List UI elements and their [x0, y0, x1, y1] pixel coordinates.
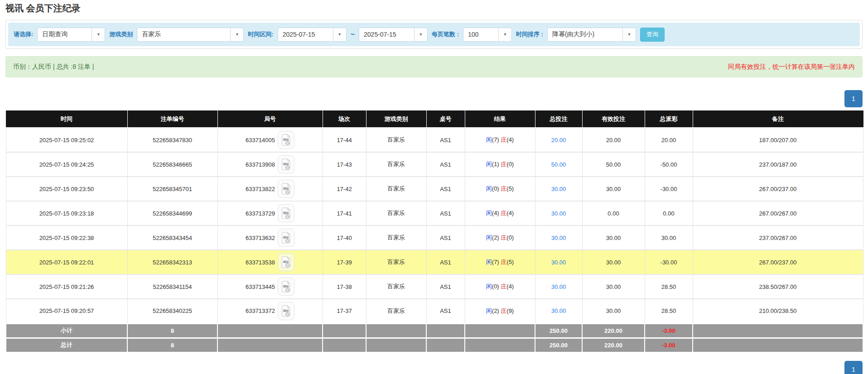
chevron-down-icon: ▼: [622, 28, 636, 41]
query-type-select[interactable]: 日期查询 ▼: [37, 28, 105, 42]
cell-payout: 20.00: [645, 128, 693, 152]
chevron-down-icon: ▼: [333, 28, 346, 41]
cell-result: 闲(2) 庄(0): [465, 225, 535, 250]
cell-payout: 28.50: [645, 274, 693, 299]
cell-valid-bet: 30.00: [582, 299, 645, 323]
total-bet-link[interactable]: 30.00: [551, 210, 566, 217]
column-header: 场次: [323, 110, 366, 128]
cell-bet-id: 522658342313: [127, 250, 217, 274]
time-sort-select[interactable]: 降幂(由大到小) ▼: [547, 28, 636, 42]
round-number: 633713822: [246, 186, 275, 192]
date-end-picker[interactable]: 2025-07-15 ▼: [359, 28, 428, 42]
valid-bet-notice: 同局有效投注，统一计算在该局第一张注单内: [728, 63, 855, 71]
footer-payout: -3.00: [645, 338, 693, 352]
cell-session: 17-42: [323, 177, 366, 201]
result-banker-score: (4): [506, 283, 514, 290]
total-bet-link[interactable]: 30.00: [551, 235, 566, 241]
video-replay-button[interactable]: [278, 131, 294, 149]
result-player-score: (7): [492, 259, 499, 265]
cell-total-bet: 30.00: [535, 201, 582, 225]
column-header: 总派彩: [645, 110, 693, 128]
column-header: 备注: [693, 110, 863, 128]
game-type-select[interactable]: 百家乐 ▼: [137, 28, 244, 42]
cell-total-bet: 30.00: [535, 274, 582, 299]
table-footer-row: 小计8250.00220.00-3.00: [6, 323, 863, 338]
result-banker-label: 庄: [501, 185, 506, 192]
video-replay-button[interactable]: [278, 180, 294, 198]
per-page-value: 100: [463, 31, 498, 38]
cell-time: 2025-07-15 09:20:57: [6, 299, 127, 323]
cell-note: 187.00/207.00: [693, 128, 863, 152]
cell-total-bet: 20.00: [535, 128, 582, 152]
filter-panel: 请选择: 日期查询 ▼ 游戏类别 百家乐 ▼ 时间区间: 2025-07-15 …: [5, 20, 863, 49]
video-replay-button[interactable]: [278, 229, 294, 247]
result-banker-score: (4): [506, 210, 514, 216]
cell-bet-id: 522658347830: [127, 128, 217, 152]
per-page-select[interactable]: 100 ▼: [463, 28, 512, 42]
cell-total-bet: 30.00: [535, 250, 582, 274]
search-button[interactable]: 查询: [640, 28, 665, 42]
page-1-button[interactable]: 1: [844, 90, 863, 107]
footer-empty-cell: [366, 338, 426, 352]
bets-table: 时间注单编号局号场次游戏类别桌号结果总投注有效投注总派彩备注 2025-07-1…: [5, 110, 863, 353]
footer-empty-cell: [465, 323, 535, 338]
total-bet-link[interactable]: 50.00: [551, 161, 566, 168]
result-player-label: 闲: [486, 185, 492, 192]
footer-total-bet: 250.00: [535, 338, 582, 352]
table-row: 2025-07-15 09:21:26522658341154633713445…: [6, 274, 863, 299]
cell-round: 633713632: [217, 225, 323, 250]
round-number-wrap: 633713372: [246, 302, 294, 320]
cell-note: 267.00/237.00: [693, 177, 863, 201]
total-bet-link[interactable]: 30.00: [551, 186, 566, 192]
round-number-wrap: 633713729: [246, 204, 294, 222]
table-row: 2025-07-15 09:20:57522658340225633713372…: [6, 299, 863, 323]
total-bet-link[interactable]: 30.00: [551, 307, 566, 314]
cell-time: 2025-07-15 09:24:25: [6, 152, 127, 177]
footer-count: 8: [127, 323, 217, 338]
cell-game: 百家乐: [366, 299, 426, 323]
cell-valid-bet: 0.00: [582, 201, 645, 225]
cell-valid-bet: 30.00: [582, 250, 645, 274]
total-bet-link[interactable]: 30.00: [551, 283, 566, 290]
table-row: 2025-07-15 09:24:25522658346665633713908…: [6, 152, 863, 177]
cell-table: AS1: [426, 250, 465, 274]
total-bet-link[interactable]: 20.00: [551, 137, 566, 144]
cell-table: AS1: [426, 299, 465, 323]
cell-result: 闲(1) 庄(0): [465, 152, 535, 177]
round-number: 633713632: [246, 235, 275, 241]
result-player-score: (0): [492, 283, 499, 290]
video-replay-button[interactable]: [278, 204, 294, 222]
cell-valid-bet: 30.00: [582, 225, 645, 250]
video-replay-button[interactable]: [278, 302, 294, 320]
cell-total-bet: 30.00: [535, 177, 582, 201]
query-type-value: 日期查询: [38, 30, 92, 38]
result-player-label: 闲: [486, 210, 492, 216]
date-start-picker[interactable]: 2025-07-15 ▼: [278, 28, 347, 42]
round-number: 633713538: [246, 259, 275, 266]
chevron-down-icon: ▼: [498, 28, 511, 41]
video-replay-button[interactable]: [278, 278, 294, 296]
cell-game: 百家乐: [366, 201, 426, 225]
result-banker-label: 庄: [501, 161, 506, 168]
result-banker-label: 庄: [501, 234, 506, 241]
cell-bet-id: 522658346665: [127, 152, 217, 177]
page-1-button[interactable]: 1: [844, 361, 863, 374]
round-number: 633713729: [246, 210, 275, 217]
cell-table: AS1: [426, 177, 465, 201]
footer-empty-cell: [426, 323, 465, 338]
footer-empty-cell: [366, 323, 426, 338]
result-player-label: 闲: [486, 234, 492, 241]
footer-valid-bet: 220.00: [582, 338, 645, 352]
video-replay-button[interactable]: [278, 155, 294, 173]
round-number: 633714005: [246, 137, 275, 144]
table-row: 2025-07-15 09:22:38522658343454633713632…: [6, 225, 863, 250]
pagination-bottom: 1: [5, 361, 863, 374]
range-separator: ~: [351, 30, 355, 38]
cell-game: 百家乐: [366, 128, 426, 152]
cell-valid-bet: 50.00: [582, 152, 645, 177]
total-bet-link[interactable]: 30.00: [551, 259, 566, 266]
cell-total-bet: 30.00: [535, 299, 582, 323]
video-replay-button[interactable]: [278, 253, 294, 271]
round-number-wrap: 633714005: [246, 131, 294, 149]
cell-time: 2025-07-15 09:22:01: [6, 250, 127, 274]
